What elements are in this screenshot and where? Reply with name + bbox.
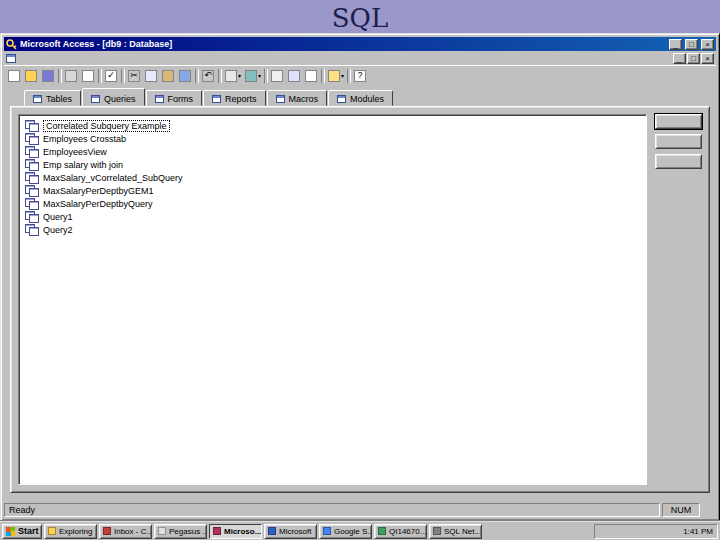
menu-bar: _ □ × xyxy=(4,51,716,65)
close-button[interactable]: × xyxy=(701,39,714,50)
action-button[interactable] xyxy=(655,134,702,149)
toolbar-button[interactable] xyxy=(144,68,159,84)
toolbar-button[interactable] xyxy=(178,68,193,84)
toolbar-button[interactable]: ▾ xyxy=(224,68,242,84)
toolbar-icon xyxy=(288,70,300,82)
action-buttons xyxy=(655,114,702,169)
toolbar-button[interactable] xyxy=(304,68,319,84)
status-bar: Ready NUM xyxy=(4,501,716,517)
object-type-icon xyxy=(91,95,100,103)
menu-item[interactable] xyxy=(79,57,89,59)
toolbar-button[interactable]: ✂ xyxy=(127,68,142,84)
taskbar-task-button[interactable]: QI14670... xyxy=(374,524,427,539)
query-list-item[interactable]: MaxSalary_vCorrelated_SubQuery xyxy=(22,171,643,184)
tray-icon[interactable] xyxy=(639,527,647,535)
start-button[interactable]: Start xyxy=(2,524,42,539)
query-list-item[interactable]: EmployeesView xyxy=(22,145,643,158)
toolbar-icon: ✂ xyxy=(128,70,140,82)
toolbar-icon xyxy=(65,70,77,82)
query-list-item[interactable]: MaxSalaryPerDeptbyQuery xyxy=(22,197,643,210)
toolbar-button[interactable]: ▾ xyxy=(244,68,262,84)
toolbar-button xyxy=(98,69,102,83)
menu-item[interactable] xyxy=(69,57,79,59)
toolbar-button[interactable] xyxy=(41,68,56,84)
toolbar-button[interactable]: ✓ xyxy=(104,68,119,84)
minimize-button[interactable]: _ xyxy=(669,39,682,50)
toolbar-button[interactable] xyxy=(24,68,39,84)
taskbar-task-button[interactable]: Google S... xyxy=(319,524,372,539)
toolbar-button[interactable] xyxy=(7,68,22,84)
taskbar-task-button[interactable]: Exploring xyxy=(44,524,97,539)
tray-icon[interactable] xyxy=(629,527,637,535)
toolbar-button[interactable]: ↶ xyxy=(201,68,216,84)
object-tab[interactable]: Macros xyxy=(267,90,328,106)
query-list-item[interactable]: Query2 xyxy=(22,223,643,236)
menu-item[interactable] xyxy=(19,57,29,59)
query-icon xyxy=(25,133,38,144)
query-list-item[interactable]: MaxSalaryPerDeptbyGEM1 xyxy=(22,184,643,197)
access-key-icon[interactable] xyxy=(6,39,17,50)
toolbar-button[interactable] xyxy=(287,68,302,84)
taskbar-task-button[interactable]: Pegasus ... xyxy=(154,524,207,539)
object-tab[interactable]: Modules xyxy=(328,90,393,106)
object-tab[interactable]: Queries xyxy=(82,88,145,106)
query-icon xyxy=(25,146,38,157)
menu-item[interactable] xyxy=(59,57,69,59)
task-app-icon xyxy=(433,527,441,535)
query-list-item[interactable]: Emp salary with join xyxy=(22,158,643,171)
tray-icon[interactable] xyxy=(669,527,677,535)
action-button[interactable] xyxy=(655,154,702,169)
object-tab[interactable]: Forms xyxy=(146,90,203,106)
resize-grip xyxy=(702,503,716,517)
mdi-minimize-button[interactable]: _ xyxy=(673,53,686,64)
toolbar-button[interactable] xyxy=(270,68,285,84)
taskbar-clock: 1:41 PM xyxy=(679,527,713,536)
tray-icon[interactable] xyxy=(649,527,657,535)
dropdown-arrow-icon: ▾ xyxy=(258,72,261,79)
toolbar-icon xyxy=(305,70,317,82)
object-tab[interactable]: Reports xyxy=(203,90,266,106)
mdi-restore-button[interactable]: □ xyxy=(687,53,700,64)
toolbar-button[interactable]: ▾ xyxy=(327,68,345,84)
menu-item[interactable] xyxy=(39,57,49,59)
taskbar-task-button[interactable]: SQL Net... xyxy=(429,524,482,539)
toolbar-button[interactable]: ? xyxy=(353,68,368,84)
query-icon xyxy=(25,198,38,209)
toolbar-button xyxy=(321,69,325,83)
toolbar-button[interactable] xyxy=(161,68,176,84)
query-list-item[interactable]: Employees Crosstab xyxy=(22,132,643,145)
desktop-screenshot: Microsoft Access - [db9 : Database] _ □ … xyxy=(0,33,720,540)
tray-icon[interactable] xyxy=(599,527,607,535)
mdi-close-button[interactable]: × xyxy=(701,53,714,64)
toolbar-button[interactable] xyxy=(64,68,79,84)
query-list-item[interactable]: Correlated Subquery Example xyxy=(22,119,643,132)
object-tab[interactable]: Tables xyxy=(24,90,81,106)
taskbar-task-button[interactable]: Inbox - C... xyxy=(99,524,152,539)
maximize-button[interactable]: □ xyxy=(685,39,698,50)
tray-icon[interactable] xyxy=(609,527,617,535)
windows-logo-icon xyxy=(6,527,15,536)
taskbar-task-button[interactable]: Microsoft xyxy=(264,524,317,539)
taskbar-task-button[interactable]: Microso... xyxy=(209,524,262,539)
object-type-icon xyxy=(276,95,285,103)
toolbar-icon: ✓ xyxy=(105,70,117,82)
query-list-item[interactable]: Query1 xyxy=(22,210,643,223)
toolbar-icon xyxy=(25,70,37,82)
toolbar-button xyxy=(347,69,351,83)
object-type-icon xyxy=(337,95,346,103)
task-app-icon xyxy=(213,527,221,535)
db-window-icon[interactable] xyxy=(6,54,16,63)
action-button[interactable] xyxy=(655,114,702,129)
tray-icon[interactable] xyxy=(659,527,667,535)
menu-item[interactable] xyxy=(29,57,39,59)
query-icon xyxy=(25,224,38,235)
task-app-icon xyxy=(378,527,386,535)
menu-item[interactable] xyxy=(49,57,59,59)
query-icon xyxy=(25,120,38,131)
toolbar-button[interactable] xyxy=(81,68,96,84)
object-tabs: Tables Queries Forms Reports Macros Modu… xyxy=(24,90,394,106)
toolbar-icon xyxy=(225,70,237,82)
dropdown-arrow-icon: ▾ xyxy=(238,72,241,79)
task-app-icon xyxy=(268,527,276,535)
tray-icon[interactable] xyxy=(619,527,627,535)
